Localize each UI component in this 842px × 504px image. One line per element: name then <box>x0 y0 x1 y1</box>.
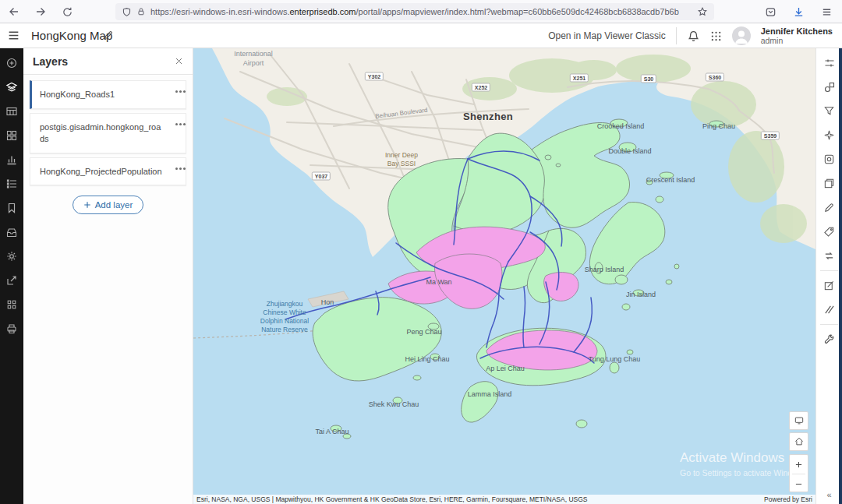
print-icon[interactable] <box>0 316 23 340</box>
layer-item[interactable]: HongKong_ProjectedPopulation <box>30 157 186 186</box>
close-icon[interactable] <box>175 57 183 65</box>
attribution-text: Esri, NASA, NGA, USGS | Mapwithyou, HK G… <box>196 495 588 503</box>
layer-options-icon[interactable] <box>175 90 178 93</box>
contents-toolbar <box>0 48 23 504</box>
notifications-bell-icon[interactable] <box>687 30 700 43</box>
download-icon[interactable] <box>789 2 808 21</box>
legend-icon[interactable] <box>0 171 23 196</box>
layer-name: postgis.gisadmin.hongkong_roads <box>40 122 161 143</box>
header-divider <box>676 27 677 44</box>
avatar[interactable] <box>732 26 751 45</box>
charts-icon[interactable] <box>0 147 23 171</box>
user-info[interactable]: Jennifer Kitchens admin <box>761 26 833 45</box>
layer-item[interactable]: HongKong_Roads1 <box>30 80 186 109</box>
save-open-icon[interactable] <box>0 220 23 244</box>
edit-pencil-icon[interactable] <box>103 30 114 41</box>
map-canvas[interactable]: International AirportShenzhenBeihuan Bou… <box>193 48 815 504</box>
layers-panel: Layers HongKong_Roads1 postgis.gisadmin.… <box>23 48 193 504</box>
user-name: Jennifer Kitchens <box>761 26 833 36</box>
layer-options-icon[interactable] <box>175 123 178 125</box>
forward-icon[interactable] <box>31 2 50 21</box>
layer-name: HongKong_Roads1 <box>40 90 115 99</box>
settings-toolbar: « <box>815 48 842 504</box>
layer-name: HongKong_ProjectedPopulation <box>40 167 162 176</box>
fullscreen-button[interactable] <box>789 411 808 430</box>
powered-by-esri: Powered by Esri <box>764 495 812 503</box>
pocket-icon[interactable] <box>761 2 780 21</box>
browser-toolbar: https://esri-windows-in.esri-windows.ent… <box>0 0 842 23</box>
lock-icon[interactable] <box>136 7 146 16</box>
map-title: HongKong Map <box>31 29 112 42</box>
map-attribution: Esri, NASA, NGA, USGS | Mapwithyou, HK G… <box>193 495 815 504</box>
add-layer-icon[interactable] <box>0 51 23 75</box>
add-layer-button[interactable]: Add layer <box>73 196 144 214</box>
browser-menu-icon[interactable] <box>817 2 836 21</box>
bookmarks-icon[interactable] <box>0 196 23 220</box>
map-properties-icon[interactable] <box>0 244 23 268</box>
back-icon[interactable] <box>5 2 23 21</box>
layer-item[interactable]: postgis.gisadmin.hongkong_roads <box>30 113 186 153</box>
zoom-in-button[interactable] <box>790 455 808 474</box>
app-launcher-grid-icon[interactable] <box>710 30 722 42</box>
mobile-apps-icon[interactable] <box>0 292 23 316</box>
basemap-icon[interactable] <box>0 123 23 147</box>
share-icon[interactable] <box>0 268 23 292</box>
app-header: HongKong Map Open in Map Viewer Classic … <box>0 23 842 48</box>
url-bar[interactable]: https://esri-windows-in.esri-windows.ent… <box>115 3 714 20</box>
tracking-shield-icon[interactable] <box>122 7 132 17</box>
bookmark-star-icon[interactable] <box>697 6 708 17</box>
app-window: https://esri-windows-in.esri-windows.ent… <box>0 0 842 504</box>
user-role: admin <box>761 36 833 45</box>
zoom-controls <box>789 454 808 492</box>
hamburger-icon[interactable] <box>7 29 20 42</box>
activate-windows-watermark: Activate Windows Go to Settings to activ… <box>680 450 807 478</box>
layer-options-icon[interactable] <box>175 167 178 170</box>
url-text: https://esri-windows-in.esri-windows.ent… <box>150 7 679 16</box>
window-edge <box>839 48 842 504</box>
layers-icon[interactable] <box>0 75 23 99</box>
basemap <box>193 48 815 504</box>
open-classic-link[interactable]: Open in Map Viewer Classic <box>548 30 666 41</box>
layers-panel-title: Layers <box>33 55 68 68</box>
zoom-out-button[interactable] <box>790 474 808 493</box>
tables-icon[interactable] <box>0 99 23 123</box>
home-button[interactable] <box>789 432 808 451</box>
reload-icon[interactable] <box>58 2 76 21</box>
